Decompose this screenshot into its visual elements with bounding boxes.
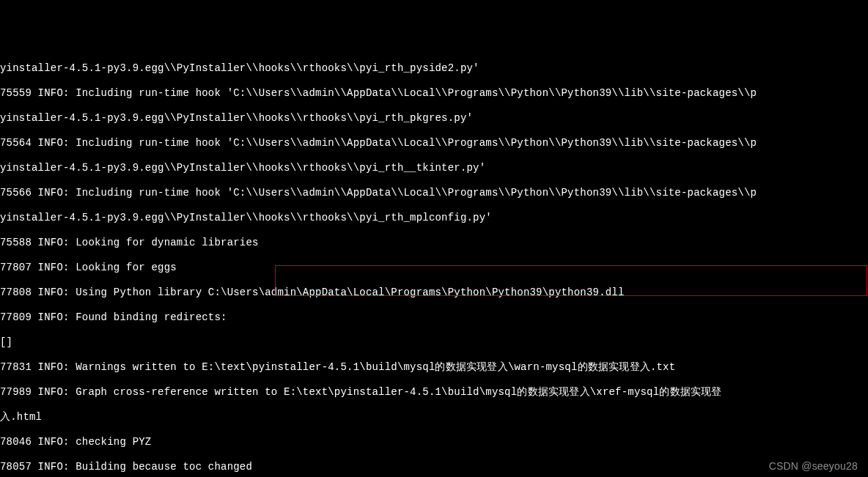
log-line: yinstaller-4.5.1-py3.9.egg\\PyInstaller\… — [0, 62, 868, 75]
log-line: 77809 INFO: Found binding redirects: — [0, 311, 868, 324]
log-line: 78046 INFO: checking PYZ — [0, 436, 868, 448]
log-line: yinstaller-4.5.1-py3.9.egg\\PyInstaller\… — [0, 212, 868, 224]
log-line: yinstaller-4.5.1-py3.9.egg\\PyInstaller\… — [0, 112, 868, 125]
log-line: yinstaller-4.5.1-py3.9.egg\\PyInstaller\… — [0, 162, 868, 174]
log-line: 77989 INFO: Graph cross-reference writte… — [0, 386, 868, 399]
log-line: 77831 INFO: Warnings written to E:\text\… — [0, 361, 868, 374]
log-line: 75559 INFO: Including run-time hook 'C:\… — [0, 87, 868, 100]
log-line: 75566 INFO: Including run-time hook 'C:\… — [0, 187, 868, 199]
log-line: 75564 INFO: Including run-time hook 'C:\… — [0, 137, 868, 149]
log-line: 77807 INFO: Looking for eggs — [0, 262, 868, 274]
log-line: 78057 INFO: Building because toc changed — [0, 461, 868, 473]
watermark: CSDN @seeyou28 — [769, 460, 858, 473]
log-line: 75588 INFO: Looking for dynamic librarie… — [0, 237, 868, 249]
log-line: 入.html — [0, 411, 868, 424]
log-line: [] — [0, 336, 868, 349]
terminal-output[interactable]: yinstaller-4.5.1-py3.9.egg\\PyInstaller\… — [0, 50, 868, 477]
log-line: 77808 INFO: Using Python library C:\User… — [0, 286, 868, 299]
